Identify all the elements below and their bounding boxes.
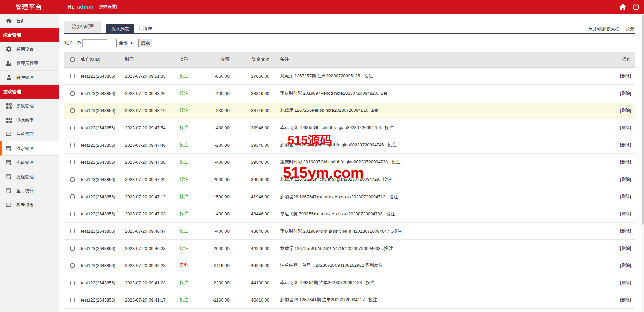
balance-cell: 46410.00 <box>230 297 269 303</box>
type-cell: 投注 <box>177 107 197 113</box>
sidebar-item-7[interactable]: 游戏赔率 <box>0 113 59 127</box>
delete-link[interactable]: [删除] <box>620 297 631 302</box>
balance-cell: 38946.00 <box>230 125 269 130</box>
table-row: test123(2643856) 2023-07-20 09:48:10 投注 … <box>64 102 635 119</box>
tab-clean[interactable]: 清理 <box>143 26 152 32</box>
chevron-down-icon: ▼ <box>130 41 133 45</box>
delete-link[interactable]: [删除] <box>620 245 631 251</box>
sidebar-item-10[interactable]: 充值管理 <box>0 156 59 170</box>
delete-link[interactable]: [删除] <box>620 125 631 130</box>
uid-cell: test123(2643856) <box>78 91 125 96</box>
delete-link[interactable]: [删除] <box>620 263 631 268</box>
delete-link[interactable]: [删除] <box>620 177 631 182</box>
sidebar-item-label: 盈亏报表 <box>16 202 34 208</box>
balance-cell: 43446.00 <box>230 211 269 216</box>
time-cell: 2023-07-20 09:42:28 <box>125 263 177 268</box>
uid-cell: test123(2643856) <box>78 125 125 130</box>
uid-cell: test123(2643856) <box>78 280 125 285</box>
greeting-text: Hi, <box>67 4 75 10</box>
search-bar: 账户UID 全部 ▼ 搜索 <box>64 38 635 47</box>
vertical-scrollbar[interactable] <box>641 14 644 312</box>
time-cell: 2023-07-20 09:48:10 <box>125 108 177 113</box>
search-button[interactable]: 搜索 <box>138 39 152 47</box>
amount-cell: 2116.00 <box>197 263 230 268</box>
row-checkbox[interactable] <box>70 108 75 113</box>
time-cell: 2023-07-20 09:47:03 <box>125 211 177 216</box>
delete-link[interactable]: [删除] <box>620 90 631 96</box>
uid-search-label: 账户UID <box>64 40 81 46</box>
delete-link[interactable]: [删除] <box>620 142 631 147</box>
time-cell: 2023-07-20 09:48:20 <box>125 91 177 96</box>
delete-link[interactable]: [删除] <box>620 108 631 113</box>
type-cell: 投注 <box>177 159 197 165</box>
delete-link[interactable]: [删除] <box>620 228 631 233</box>
table-row: test123(2643856) 2023-07-20 09:42:28 盈利 … <box>64 257 635 274</box>
delete-link[interactable]: [删除] <box>620 280 631 285</box>
scrollbar-thumb[interactable] <box>642 15 644 225</box>
sidebar-item-11[interactable]: 提现管理 <box>0 170 59 184</box>
amount-cell: -2000.00 <box>197 177 230 182</box>
sidebar-item-6[interactable]: 游戏管理 <box>0 99 59 113</box>
type-cell: 投注 <box>177 73 197 79</box>
sidebar-item-0[interactable]: 首页 <box>0 14 59 28</box>
uid-cell: test123(2643856) <box>78 177 125 182</box>
remark-cell: 重庆时时彩 2019897Ghi chú thời gian2023072009… <box>269 159 601 165</box>
table-row: test123(2643856) 2023-07-20 09:47:12 投注 … <box>64 188 635 205</box>
type-filter-select[interactable]: 全部 ▼ <box>116 39 135 47</box>
row-checkbox[interactable] <box>70 281 75 285</box>
row-checkbox[interactable] <box>70 143 75 147</box>
row-checkbox[interactable] <box>70 246 75 251</box>
row-checkbox[interactable] <box>70 212 75 216</box>
card-icon <box>6 160 12 165</box>
delete-link[interactable]: [删除] <box>620 194 631 199</box>
row-checkbox[interactable] <box>70 298 75 302</box>
table-row: test123(2643856) 2023-07-20 09:47:46 投注 … <box>64 136 635 154</box>
tab-flow-list[interactable]: 流水列表 <box>106 24 134 34</box>
col-header-time: 时间 <box>125 56 177 62</box>
sidebar-item-9[interactable]: 流水管理 <box>0 141 59 156</box>
row-checkbox[interactable] <box>70 126 75 130</box>
sidebar-item-13[interactable]: 盈亏报表 <box>0 198 59 212</box>
logout-power-icon[interactable] <box>633 4 639 10</box>
row-checkbox[interactable] <box>70 91 75 96</box>
uid-cell: test123(2643856) <box>78 74 125 79</box>
remark-cell: 新加坡28 1267641期 注单20230720094117...投注 <box>269 297 601 303</box>
sidebar-section-1[interactable]: 综合管理 <box>0 28 59 42</box>
table-row: test123(2643856) 2023-07-20 09:48:20 投注 … <box>64 85 635 102</box>
sidebar-item-4[interactable]: 账户管理 <box>0 71 59 85</box>
sidebar-item-3[interactable]: 管理员管理 <box>0 56 59 71</box>
row-checkbox[interactable] <box>70 229 75 233</box>
uid-search-input[interactable] <box>82 39 107 47</box>
refresh-link[interactable]: 刷新 <box>626 27 635 31</box>
profile-settings-link[interactable]: [资料设置] <box>99 4 117 10</box>
sidebar-section-5[interactable]: 游戏管理 <box>0 85 59 99</box>
time-cell: 2023-07-20 09:46:33 <box>125 246 177 251</box>
card-icon <box>6 131 12 137</box>
row-checkbox[interactable] <box>70 194 75 199</box>
row-checkbox[interactable] <box>70 74 75 78</box>
balance-cell: 39346.00 <box>230 142 269 148</box>
uid-cell: test123(2643856) <box>78 142 125 148</box>
amount-cell: -400.00 <box>197 211 230 216</box>
delete-link[interactable]: [删除] <box>620 73 631 78</box>
sidebar-item-12[interactable]: 盈亏统计 <box>0 184 59 198</box>
row-checkbox[interactable] <box>70 263 75 268</box>
home-icon[interactable] <box>619 4 626 10</box>
table-row: test123(2643856) 2023-07-20 09:47:38 投注 … <box>64 154 635 171</box>
select-all-checkbox[interactable] <box>70 57 75 62</box>
user-icon <box>6 75 12 80</box>
type-cell: 投注 <box>177 245 197 251</box>
row-checkbox[interactable] <box>70 177 75 182</box>
sidebar-item-8[interactable]: 注单管理 <box>0 127 59 141</box>
delete-link[interactable]: [删除] <box>620 211 631 216</box>
amount-cell: -2280.00 <box>197 280 230 285</box>
type-cell: 投注 <box>177 193 197 200</box>
table-row: test123(2643856) 2023-07-20 09:51:35 投注 … <box>64 68 635 85</box>
sidebar-item-label: 管理员管理 <box>16 60 38 67</box>
sidebar-item-2[interactable]: 通用设置 <box>0 42 59 56</box>
row-checkbox[interactable] <box>70 160 75 164</box>
toggle-search-link[interactable]: 展开/收起搜索栏 <box>589 27 619 31</box>
time-cell: 2023-07-20 09:47:12 <box>125 194 177 199</box>
delete-link[interactable]: [删除] <box>620 159 631 164</box>
card-icon <box>6 202 12 208</box>
